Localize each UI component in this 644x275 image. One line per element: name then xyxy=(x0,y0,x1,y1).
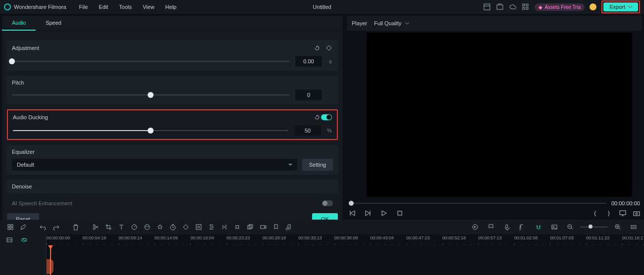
assets-label: Assets Free Tria xyxy=(544,4,581,10)
apps-icon[interactable] xyxy=(522,3,530,11)
menu-tools[interactable]: Tools xyxy=(114,2,137,12)
video-preview[interactable] xyxy=(367,33,632,197)
ai-speech-toggle[interactable] xyxy=(322,200,333,206)
ruler-tick: 00:00:43:04 xyxy=(370,235,394,240)
speed-icon[interactable] xyxy=(129,222,140,232)
music-beat-icon[interactable] xyxy=(283,222,294,232)
layout-icon[interactable] xyxy=(483,3,491,11)
library-icon[interactable] xyxy=(496,3,504,11)
quality-select[interactable]: Full Quality xyxy=(374,20,409,26)
chevron-down-icon xyxy=(628,6,632,8)
zoom-fit-icon[interactable] xyxy=(628,222,639,232)
track-list-icon[interactable] xyxy=(4,234,15,245)
greenscreen-icon[interactable] xyxy=(193,222,204,232)
player-bar: Player Full Quality xyxy=(347,16,642,31)
user-avatar[interactable] xyxy=(590,3,596,10)
text-icon[interactable] xyxy=(116,222,127,232)
ruler-tick: 00:00:28:18 xyxy=(263,235,286,240)
pitch-value[interactable] xyxy=(295,90,322,100)
marker2-icon[interactable] xyxy=(485,222,496,232)
split-icon[interactable] xyxy=(90,222,101,232)
zoom-slider[interactable] xyxy=(581,227,607,228)
brace-open-icon[interactable]: { xyxy=(591,210,598,217)
keyframe-icon[interactable] xyxy=(180,222,191,232)
group-icon[interactable] xyxy=(245,222,256,232)
redo-icon[interactable] xyxy=(51,222,61,232)
voiceover-icon[interactable] xyxy=(501,222,512,232)
denoise-section[interactable]: Denoise xyxy=(7,180,338,193)
ruler-tick: 00:00:19:04 xyxy=(190,235,214,240)
menu-edit[interactable]: Edit xyxy=(94,2,113,12)
menu-view[interactable]: View xyxy=(138,2,160,12)
reset-adjustment-icon[interactable] xyxy=(313,44,321,52)
timer-icon[interactable] xyxy=(167,222,178,232)
audio-ducking-toggle[interactable] xyxy=(321,114,332,120)
keyframe-adjustment-icon[interactable] xyxy=(325,44,333,52)
adjustment-value[interactable] xyxy=(295,56,322,67)
select-tool-icon[interactable] xyxy=(5,222,16,232)
ok-button[interactable]: OK xyxy=(312,213,338,220)
ruler-tick: 00:00:38:08 xyxy=(334,235,358,240)
tab-speed[interactable]: Speed xyxy=(36,16,71,31)
audio-ducking-slider[interactable] xyxy=(13,127,288,134)
properties-pane: Audio Speed ♪ Selena_Gomez_-_My_Mind_Me_… xyxy=(2,16,343,220)
svg-point-14 xyxy=(636,213,638,215)
render-icon[interactable] xyxy=(470,222,481,232)
snapshot-icon[interactable] xyxy=(633,210,640,217)
audio-mixer-icon[interactable] xyxy=(219,222,230,232)
delete-icon[interactable] xyxy=(70,222,81,232)
display-icon[interactable] xyxy=(619,210,626,217)
color-icon[interactable] xyxy=(142,222,153,232)
menu-help[interactable]: Help xyxy=(161,2,182,12)
assets-free-trial-pill[interactable]: ◆ Assets Free Tria xyxy=(535,3,585,11)
zoom-in-icon[interactable] xyxy=(612,222,623,232)
timecode: 00:00:00:00 xyxy=(611,200,640,206)
document-title: Untitled xyxy=(313,4,331,10)
tab-audio[interactable]: Audio xyxy=(2,16,36,31)
link-icon[interactable] xyxy=(19,234,30,245)
snap-icon[interactable] xyxy=(533,222,544,232)
zoom-out-icon[interactable] xyxy=(565,222,576,232)
track-clip[interactable] xyxy=(47,259,54,274)
audio-ducking-value[interactable] xyxy=(294,125,321,136)
export-button[interactable]: Export xyxy=(603,2,638,11)
svg-rect-26 xyxy=(196,225,201,229)
edit-tool-icon[interactable] xyxy=(18,222,29,232)
svg-point-19 xyxy=(93,225,95,227)
marker-icon[interactable] xyxy=(270,222,281,232)
stop-icon[interactable] xyxy=(396,210,403,217)
adjustment-slider[interactable] xyxy=(12,58,289,65)
menu-file[interactable]: File xyxy=(74,2,93,12)
brace-close-icon[interactable]: } xyxy=(605,210,612,217)
timeline-ruler[interactable]: 00:00:00:0000:00:04:1900:00:09:1400:00:1… xyxy=(0,234,644,245)
play-icon[interactable] xyxy=(380,210,387,217)
svg-rect-7 xyxy=(526,7,528,9)
scrub-slider[interactable] xyxy=(349,203,606,204)
record-icon[interactable] xyxy=(258,222,268,232)
next-frame-icon[interactable] xyxy=(365,210,372,217)
reset-button[interactable]: Reset xyxy=(7,213,39,220)
timeline-tracks[interactable] xyxy=(0,245,644,275)
crop-icon[interactable] xyxy=(103,222,114,232)
audio-ducking-label: Audio Ducking xyxy=(13,114,48,120)
ai-speech-label: AI Speech Enhancement xyxy=(12,200,72,206)
prev-frame-icon[interactable] xyxy=(349,210,356,217)
equalizer-preset-select[interactable]: Default xyxy=(12,159,297,171)
undo-icon[interactable] xyxy=(38,222,49,232)
effects-icon[interactable] xyxy=(155,222,165,232)
svg-point-20 xyxy=(93,228,95,229)
equalizer-setting-button[interactable]: Setting xyxy=(302,159,333,171)
pitch-slider[interactable] xyxy=(12,92,289,98)
adjust-icon[interactable] xyxy=(206,222,217,232)
ruler-tick: 00:01:11:22 xyxy=(586,235,610,240)
export-label: Export xyxy=(609,4,625,10)
scrub-thumb[interactable] xyxy=(349,201,354,206)
denoise-label: Denoise xyxy=(12,183,32,189)
reset-ducking-icon[interactable] xyxy=(313,113,321,121)
cloud-icon[interactable] xyxy=(509,3,517,11)
svg-rect-10 xyxy=(398,211,402,215)
motion-track-icon[interactable] xyxy=(232,222,243,232)
svg-rect-17 xyxy=(8,228,10,229)
thumbnail-icon[interactable] xyxy=(549,222,560,232)
audio-sync-icon[interactable] xyxy=(517,222,528,232)
